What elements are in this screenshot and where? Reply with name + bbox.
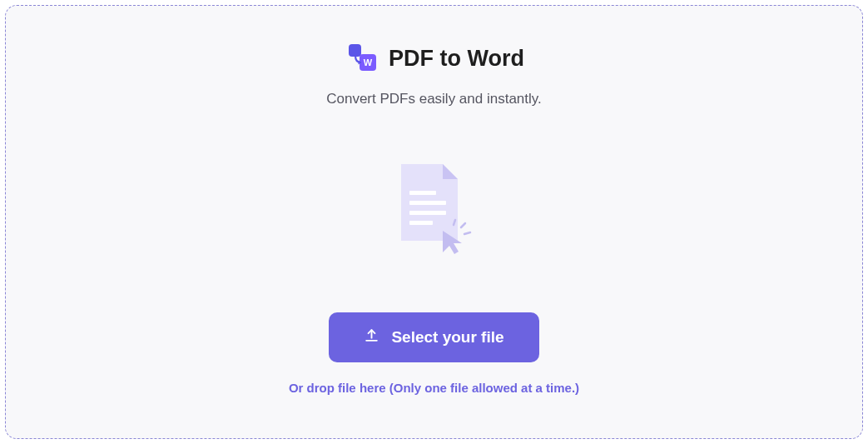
svg-line-8 xyxy=(464,232,470,234)
select-file-button[interactable]: Select your file xyxy=(329,312,538,362)
svg-line-7 xyxy=(461,223,465,227)
page-title: PDF to Word xyxy=(389,46,524,72)
pdf-to-word-logo-icon: W xyxy=(344,44,380,72)
drop-file-hint: Or drop file here (Only one file allowed… xyxy=(289,381,579,395)
svg-rect-5 xyxy=(409,211,446,215)
page-subtitle: Convert PDFs easily and instantly. xyxy=(326,91,542,107)
upload-icon xyxy=(364,327,379,347)
svg-text:W: W xyxy=(364,57,373,67)
svg-rect-6 xyxy=(409,221,433,225)
document-cursor-illustration-icon xyxy=(393,164,476,256)
select-file-button-label: Select your file xyxy=(391,328,503,347)
svg-rect-4 xyxy=(409,201,446,205)
svg-rect-3 xyxy=(409,191,436,195)
header-row: W PDF to Word xyxy=(344,44,524,72)
file-dropzone[interactable]: W PDF to Word Convert PDFs easily and in… xyxy=(5,5,863,439)
svg-rect-0 xyxy=(349,44,361,57)
